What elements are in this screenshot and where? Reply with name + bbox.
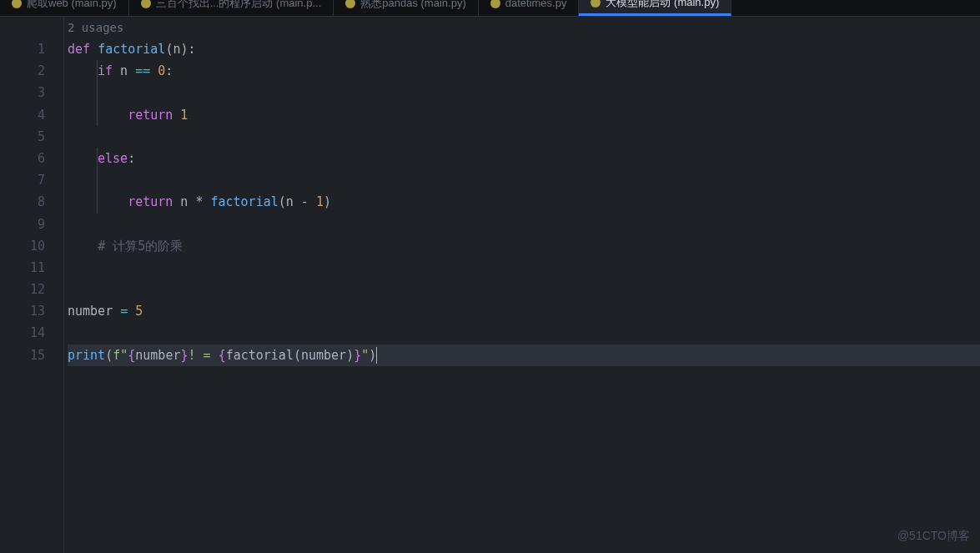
tab-label: 大模型能启动 (main.py) bbox=[606, 0, 719, 13]
code-line[interactable]: return 1 bbox=[68, 104, 980, 126]
code-line[interactable] bbox=[68, 279, 980, 300]
code-area[interactable]: 2 usages def factorial(n): if n == 0: re… bbox=[64, 17, 980, 553]
line-number: 15 bbox=[0, 344, 45, 366]
python-icon bbox=[12, 0, 22, 8]
python-icon bbox=[490, 0, 500, 8]
line-number: 11 bbox=[0, 257, 45, 279]
code-line[interactable]: # 计算5的阶乘 bbox=[68, 235, 980, 257]
code-line[interactable] bbox=[68, 214, 980, 235]
watermark: @51CTO博客 bbox=[897, 525, 970, 546]
editor-tabs: 爬取web (main.py) 三百个找出...的程序启动 (main.p...… bbox=[0, 0, 980, 17]
line-number: 3 bbox=[0, 82, 45, 103]
python-icon bbox=[141, 0, 151, 8]
code-line[interactable] bbox=[68, 126, 980, 148]
line-number: 2 bbox=[0, 60, 45, 82]
editor: 1 2 3 4 5 6 7 8 9 10 11 12 13 14 15 2 us… bbox=[0, 17, 980, 553]
line-number: 9 bbox=[0, 214, 45, 235]
code-line[interactable] bbox=[68, 169, 980, 191]
tab-label: 爬取web (main.py) bbox=[27, 0, 117, 14]
usages-hint[interactable]: 2 usages bbox=[68, 17, 980, 38]
code-line[interactable]: else: bbox=[68, 148, 980, 169]
code-line[interactable]: return n * factorial(n - 1) bbox=[68, 191, 980, 213]
tab-label: datetimes.py bbox=[505, 0, 567, 14]
tab-label: 三百个找出...的程序启动 (main.p... bbox=[156, 0, 322, 14]
line-number: 10 bbox=[0, 235, 45, 257]
tab-2[interactable]: 熟悉pandas (main.py) bbox=[334, 0, 478, 16]
line-number: 4 bbox=[0, 104, 45, 126]
line-number: 13 bbox=[0, 300, 45, 322]
tab-3[interactable]: datetimes.py bbox=[479, 0, 580, 16]
code-line[interactable]: def factorial(n): bbox=[68, 38, 980, 60]
line-number: 12 bbox=[0, 279, 45, 300]
text-caret bbox=[376, 347, 377, 364]
line-number: 8 bbox=[0, 191, 45, 213]
python-icon bbox=[591, 0, 601, 8]
tab-0[interactable]: 爬取web (main.py) bbox=[0, 0, 129, 16]
tab-1[interactable]: 三百个找出...的程序启动 (main.p... bbox=[129, 0, 334, 16]
line-number: 6 bbox=[0, 148, 45, 169]
line-number: 7 bbox=[0, 169, 45, 191]
tab-label: 熟悉pandas (main.py) bbox=[360, 0, 465, 14]
code-line[interactable]: print(f"{number}! = {factorial(number)}"… bbox=[68, 344, 980, 366]
line-number: 14 bbox=[0, 322, 45, 344]
tab-4[interactable]: 大模型能启动 (main.py) bbox=[579, 0, 731, 16]
code-line[interactable] bbox=[68, 82, 980, 103]
code-line[interactable]: if n == 0: bbox=[68, 60, 980, 82]
python-icon bbox=[345, 0, 355, 8]
line-number: 5 bbox=[0, 126, 45, 148]
code-line[interactable] bbox=[68, 322, 980, 344]
code-line[interactable]: number = 5 bbox=[68, 300, 980, 322]
line-gutter: 1 2 3 4 5 6 7 8 9 10 11 12 13 14 15 bbox=[0, 17, 64, 553]
line-number: 1 bbox=[0, 38, 45, 60]
code-line[interactable] bbox=[68, 257, 980, 279]
